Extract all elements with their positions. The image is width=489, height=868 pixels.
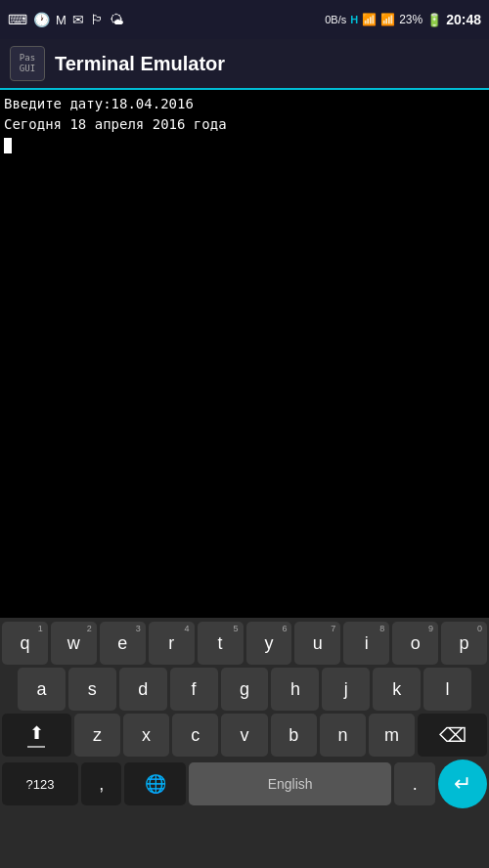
key-n-label: n <box>337 726 347 744</box>
time-display: 20:48 <box>446 12 481 27</box>
key-y-label: y <box>264 634 273 652</box>
key-n[interactable]: n <box>320 714 366 757</box>
email-icon: ✉ <box>72 12 84 27</box>
network-speed: 0B/s <box>325 14 346 25</box>
enter-key-wrap: ↵ <box>438 760 487 808</box>
key-t-label: t <box>218 634 223 652</box>
key-l[interactable]: l <box>423 668 471 711</box>
terminal-cursor-line <box>4 135 485 155</box>
key-o-hint: 9 <box>428 625 433 633</box>
key-u-hint: 7 <box>331 625 335 633</box>
cursor <box>4 138 12 153</box>
key-i-label: i <box>365 634 369 652</box>
battery-icon: 🔋 <box>426 13 442 27</box>
key-g-label: g <box>240 680 249 698</box>
h-indicator: H <box>350 14 358 25</box>
period-key[interactable]: . <box>394 762 435 805</box>
key-w-label: w <box>67 634 80 652</box>
key-s[interactable]: s <box>68 668 116 711</box>
key-l-label: l <box>446 680 450 698</box>
backspace-icon: ⌫ <box>439 723 467 747</box>
space-key[interactable]: English <box>189 762 392 805</box>
enter-icon: ↵ <box>454 771 471 797</box>
keyboard-icon: ⌨ <box>8 12 27 27</box>
key-a-label: a <box>36 680 46 698</box>
keyboard-row-2: a s d f g h j k l <box>2 668 487 711</box>
key-h[interactable]: h <box>271 668 319 711</box>
key-q-label: q <box>20 634 29 652</box>
key-k[interactable]: k <box>373 668 421 711</box>
key-t[interactable]: 5t <box>198 622 244 665</box>
key-a[interactable]: a <box>18 668 66 711</box>
key-y[interactable]: 6y <box>246 622 292 665</box>
terminal-line-2: Сегодня 18 апреля 2016 года <box>4 114 485 135</box>
key-r[interactable]: 4r <box>149 622 195 665</box>
key-r-hint: 4 <box>185 625 190 633</box>
num-switch-label: ?123 <box>25 778 54 791</box>
key-e[interactable]: 3e <box>100 622 146 665</box>
status-bar: ⌨ 🕐 M ✉ 🏳 🌤 0B/s H 📶 📶 23% 🔋 20:48 <box>0 0 489 39</box>
gmail-icon: M <box>56 13 67 27</box>
comma-label: , <box>99 775 104 793</box>
key-b-label: b <box>289 726 298 744</box>
shift-key[interactable]: ⬆ <box>2 714 71 757</box>
key-e-hint: 3 <box>136 625 141 633</box>
key-o[interactable]: 9o <box>392 622 438 665</box>
app-title: Terminal Emulator <box>55 53 225 75</box>
key-c-label: c <box>191 726 200 744</box>
key-f[interactable]: f <box>170 668 218 711</box>
globe-key[interactable]: 🌐 <box>124 762 185 805</box>
key-y-hint: 6 <box>282 625 287 633</box>
key-e-label: e <box>117 634 127 652</box>
space-label: English <box>268 777 313 791</box>
key-f-label: f <box>192 680 197 698</box>
key-p-hint: 0 <box>477 625 482 633</box>
comma-key[interactable]: , <box>81 762 122 805</box>
key-i-hint: 8 <box>379 625 384 633</box>
key-h-label: h <box>290 680 300 698</box>
globe-icon: 🌐 <box>145 773 166 795</box>
key-q[interactable]: 1q <box>2 622 48 665</box>
key-x[interactable]: x <box>123 714 169 757</box>
key-d[interactable]: d <box>119 668 167 711</box>
key-w[interactable]: 2w <box>51 622 97 665</box>
status-left-icons: ⌨ 🕐 M ✉ 🏳 🌤 <box>8 12 123 27</box>
clock-icon: 🕐 <box>33 12 50 27</box>
flag-icon: 🏳 <box>90 12 104 27</box>
shift-underline <box>27 746 45 748</box>
key-u[interactable]: 7u <box>294 622 340 665</box>
key-m[interactable]: m <box>369 714 415 757</box>
weather-icon: 🌤 <box>110 12 123 27</box>
period-label: . <box>413 775 418 793</box>
backspace-key[interactable]: ⌫ <box>418 714 487 757</box>
key-s-label: s <box>88 680 97 698</box>
shift-icon: ⬆ <box>29 722 44 744</box>
key-z-label: z <box>93 726 102 744</box>
signal-bars-2: 📶 <box>380 13 395 26</box>
key-b[interactable]: b <box>271 714 317 757</box>
key-i[interactable]: 8i <box>343 622 389 665</box>
terminal-line-1: Введите дату:18.04.2016 <box>4 94 485 114</box>
signal-bars-1: 📶 <box>362 13 377 26</box>
key-o-label: o <box>411 634 421 652</box>
keyboard-row-3: ⬆ z x c v b n m ⌫ <box>2 714 487 757</box>
key-g[interactable]: g <box>221 668 269 711</box>
key-j[interactable]: j <box>322 668 370 711</box>
key-x-label: x <box>142 726 151 744</box>
keyboard-row-1: 1q 2w 3e 4r 5t 6y 7u 8i 9o 0p <box>2 622 487 665</box>
key-j-label: j <box>344 680 348 698</box>
key-c[interactable]: c <box>172 714 218 757</box>
status-right-info: 0B/s H 📶 📶 23% 🔋 20:48 <box>325 12 481 27</box>
num-switch-key[interactable]: ?123 <box>2 762 78 805</box>
keyboard: 1q 2w 3e 4r 5t 6y 7u 8i 9o 0p a s d f g … <box>0 618 489 868</box>
key-v[interactable]: v <box>221 714 267 757</box>
title-bar: PasGUI Terminal Emulator <box>0 39 489 90</box>
key-k-label: k <box>392 680 401 698</box>
key-t-hint: 5 <box>233 625 238 633</box>
key-z[interactable]: z <box>74 714 120 757</box>
battery-percent: 23% <box>399 13 422 26</box>
app-icon: PasGUI <box>10 46 45 81</box>
enter-key[interactable]: ↵ <box>438 760 487 808</box>
key-q-hint: 1 <box>38 625 43 633</box>
key-p[interactable]: 0p <box>441 622 487 665</box>
